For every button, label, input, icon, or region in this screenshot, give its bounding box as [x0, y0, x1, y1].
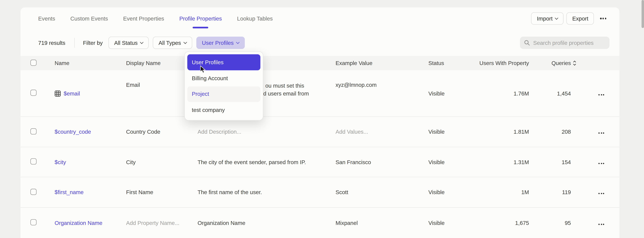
- more-options-button[interactable]: [597, 12, 610, 25]
- tab-custom-events[interactable]: Custom Events: [70, 8, 108, 30]
- row-more-options-button[interactable]: [598, 132, 604, 134]
- display-name-cell: Country Code: [126, 129, 198, 135]
- tabs-row: Events Custom Events Event Properties Pr…: [20, 8, 619, 30]
- table-row[interactable]: $email Email ou must set this d users em…: [20, 70, 619, 117]
- table-row[interactable]: $country_code Country Code Add Descripti…: [20, 117, 619, 147]
- dropdown-item-test-company[interactable]: test company: [187, 102, 260, 118]
- profile-type-filter-label: User Profiles: [202, 40, 234, 46]
- description-fragment: d users email from: [263, 90, 336, 98]
- example-value-cell: Add Values...: [336, 129, 428, 135]
- name-cell: Organization Name: [55, 220, 126, 226]
- select-all-checkbox-cell: [20, 60, 54, 67]
- row-checkbox[interactable]: [30, 219, 36, 225]
- row-checkbox[interactable]: [30, 90, 36, 96]
- dropdown-item-billing-account[interactable]: Billing Account: [187, 70, 260, 86]
- users-with-property-cell: 1M: [476, 189, 529, 195]
- actions-cell: [571, 220, 619, 226]
- row-more-options-button[interactable]: [598, 193, 604, 194]
- description-cell: Add Description...: [198, 129, 336, 135]
- queries-cell: 95: [529, 220, 571, 226]
- toolbar: Import Export: [531, 8, 610, 30]
- status-cell: Visible: [428, 189, 476, 195]
- queries-header-label: Queries: [552, 60, 571, 66]
- actions-cell: [571, 189, 619, 195]
- search-input[interactable]: [533, 40, 606, 46]
- table-row[interactable]: $city City The city of the event sender,…: [20, 147, 619, 177]
- checkbox-cell: [20, 189, 54, 196]
- row-more-options-button[interactable]: [598, 223, 604, 225]
- chevron-down-icon: [140, 40, 144, 44]
- tab-event-properties[interactable]: Event Properties: [123, 8, 164, 30]
- import-button-label: Import: [537, 16, 552, 22]
- actions-cell: [571, 159, 619, 165]
- mouse-cursor: [200, 65, 206, 74]
- users-with-property-cell: 1.31M: [476, 159, 529, 165]
- type-filter-label: All Types: [158, 40, 181, 46]
- add-description-placeholder[interactable]: Add Description...: [198, 129, 241, 135]
- checkbox-cell: [20, 90, 54, 97]
- example-value-cell: xyz@lmnop.com: [336, 70, 428, 88]
- dropdown-item-user-profiles[interactable]: User Profiles: [187, 54, 260, 70]
- screen-scaler: Events Custom Events Event Properties Pr…: [0, 0, 644, 238]
- example-value-cell: Mixpanel: [336, 220, 428, 226]
- row-checkbox[interactable]: [30, 158, 36, 164]
- import-button[interactable]: Import: [531, 12, 564, 25]
- profile-type-filter-button[interactable]: User Profiles: [196, 37, 245, 49]
- filter-by-label: Filter by: [83, 40, 103, 46]
- display-name-cell: Add Property Name...: [126, 220, 198, 226]
- column-header-example-value[interactable]: Example Value: [336, 60, 428, 66]
- name-cell: $city: [55, 159, 126, 165]
- tab-profile-properties[interactable]: Profile Properties: [179, 8, 222, 30]
- example-value-cell: Scott: [336, 189, 428, 195]
- users-with-property-cell: 1.76M: [476, 90, 529, 96]
- row-checkbox[interactable]: [30, 189, 36, 195]
- checkbox-cell: [20, 128, 54, 136]
- divider: [74, 38, 75, 48]
- property-name-link[interactable]: $first_name: [55, 189, 84, 195]
- add-values-placeholder[interactable]: Add Values...: [336, 129, 368, 135]
- column-header-users-with-property[interactable]: Users With Property: [476, 60, 529, 66]
- column-header-queries[interactable]: Queries: [529, 60, 571, 66]
- status-filter-button[interactable]: All Status: [108, 37, 149, 49]
- export-button[interactable]: Export: [566, 12, 594, 25]
- add-property-name-placeholder[interactable]: Add Property Name...: [126, 220, 179, 226]
- actions-cell: [571, 129, 619, 135]
- name-cell: $email: [55, 90, 126, 96]
- property-name-link[interactable]: $city: [55, 159, 66, 165]
- tab-events[interactable]: Events: [38, 8, 55, 30]
- table-grid-icon: [55, 90, 61, 96]
- queries-cell: 208: [529, 129, 571, 135]
- description-cell: Organization Name: [198, 220, 336, 226]
- name-cell: $first_name: [55, 189, 126, 195]
- status-cell: Visible: [428, 159, 476, 165]
- type-filter-button[interactable]: All Types: [153, 37, 192, 49]
- row-checkbox[interactable]: [30, 128, 36, 134]
- description-cell: The city of the event sender, parsed fro…: [198, 159, 336, 165]
- actions-cell: [571, 90, 619, 96]
- users-with-property-cell: 1,675: [476, 220, 529, 226]
- property-name-link[interactable]: Organization Name: [55, 220, 102, 226]
- tab-lookup-tables[interactable]: Lookup Tables: [237, 8, 273, 30]
- table-row[interactable]: Organization Name Add Property Name... O…: [20, 208, 619, 238]
- scrollbar-thumb[interactable]: [642, 0, 644, 28]
- column-header-name[interactable]: Name: [55, 60, 126, 66]
- properties-panel: Events Custom Events Event Properties Pr…: [20, 8, 619, 238]
- table-row[interactable]: $first_name First Name The first name of…: [20, 177, 619, 208]
- tab-bar: Events Custom Events Event Properties Pr…: [20, 8, 273, 30]
- column-header-status[interactable]: Status: [428, 60, 476, 66]
- status-cell: Visible: [428, 90, 476, 96]
- property-name-link[interactable]: $country_code: [55, 129, 91, 135]
- display-name-cell: City: [126, 159, 198, 165]
- description-fragment: ou must set this: [265, 82, 336, 90]
- chevron-down-icon: [555, 16, 558, 20]
- table-header: Name Display Name Example Value Status U…: [20, 56, 619, 70]
- sort-icon[interactable]: [572, 60, 577, 66]
- row-more-options-button[interactable]: [598, 94, 604, 95]
- name-cell: $country_code: [55, 129, 126, 135]
- property-name-link[interactable]: $email: [64, 90, 80, 96]
- search-box[interactable]: [520, 37, 610, 49]
- chevron-down-icon: [236, 40, 240, 44]
- row-more-options-button[interactable]: [598, 163, 604, 164]
- dropdown-item-project[interactable]: Project: [187, 86, 260, 102]
- select-all-checkbox[interactable]: [30, 60, 36, 66]
